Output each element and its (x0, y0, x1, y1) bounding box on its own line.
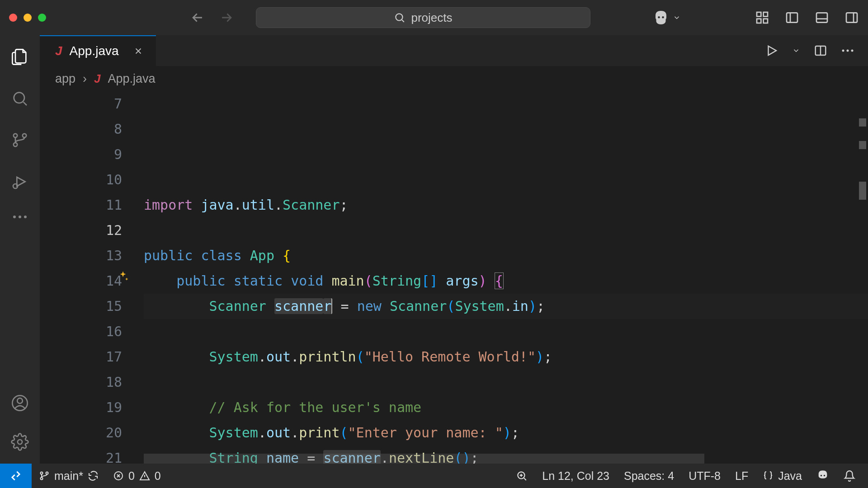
customize-layout-button[interactable] (755, 10, 769, 25)
breadcrumb-segment[interactable]: app (55, 72, 75, 86)
source-control-tab[interactable] (11, 131, 29, 149)
panel-bottom-icon (815, 10, 829, 25)
svg-rect-7 (846, 13, 857, 22)
workbench: J App.java (40, 35, 868, 464)
zoom-status[interactable] (509, 470, 535, 482)
svg-rect-3 (757, 19, 761, 23)
nav-forward-button[interactable] (219, 10, 234, 25)
zoom-in-icon (516, 470, 528, 482)
svg-point-22 (851, 50, 854, 52)
cursor-position-status[interactable]: Ln 12, Col 23 (535, 469, 617, 483)
tab-label: App.java (70, 44, 119, 58)
more-actions-button[interactable] (841, 48, 854, 53)
window-controls (9, 14, 46, 22)
run-debug-tab[interactable] (11, 173, 29, 191)
problems-status[interactable]: 0 0 (106, 469, 168, 483)
play-icon (765, 44, 778, 57)
warning-count: 0 (155, 469, 161, 483)
error-count: 0 (128, 469, 135, 483)
activity-bar (0, 35, 40, 464)
svg-point-24 (41, 478, 43, 480)
run-dropdown-button[interactable] (792, 47, 800, 55)
breadcrumb[interactable]: app › J App.java (40, 66, 868, 91)
svg-rect-5 (787, 13, 797, 22)
debug-icon (11, 173, 29, 191)
tab-app-java[interactable]: J App.java (40, 35, 156, 66)
git-branch-icon (11, 131, 29, 149)
svg-point-11 (23, 134, 26, 137)
breadcrumb-segment[interactable]: App.java (108, 72, 156, 86)
horizontal-scrollbar[interactable] (144, 454, 704, 464)
copilot-status[interactable] (809, 469, 836, 482)
svg-point-18 (18, 440, 22, 444)
status-bar: main* 0 0 Ln 12, Col 23 Spaces: 4 UTF-8 … (0, 464, 868, 488)
search-tab[interactable] (11, 89, 29, 108)
titlebar: projects (0, 0, 868, 35)
toggle-panel-button[interactable] (815, 10, 829, 25)
split-icon (814, 44, 827, 57)
run-file-button[interactable] (765, 44, 778, 57)
close-icon (133, 46, 143, 56)
svg-point-20 (842, 50, 844, 52)
indentation-status[interactable]: Spaces: 4 (617, 469, 681, 483)
notifications-button[interactable] (836, 470, 863, 482)
files-icon (11, 48, 29, 66)
accounts-button[interactable] (11, 394, 29, 412)
chevron-down-icon (673, 14, 681, 22)
copilot-icon (816, 469, 829, 482)
toggle-secondary-sidebar-button[interactable] (844, 10, 859, 25)
ellipsis-icon (841, 48, 854, 53)
remote-indicator[interactable] (0, 464, 32, 488)
panel-right-icon (844, 10, 859, 25)
close-window-button[interactable] (9, 14, 17, 22)
svg-point-9 (14, 134, 17, 137)
lightbulb-icon[interactable] (117, 220, 198, 333)
remote-icon (9, 469, 22, 482)
main-area: J App.java (0, 35, 868, 464)
zoom-window-button[interactable] (38, 14, 46, 22)
nav-back-button[interactable] (190, 10, 205, 25)
java-file-icon: J (55, 44, 62, 58)
layout-grid-icon (755, 10, 769, 25)
gear-icon (11, 433, 29, 451)
chevron-down-icon (792, 47, 800, 55)
svg-rect-4 (764, 19, 768, 23)
git-branch-status[interactable]: main* (32, 469, 106, 483)
toggle-primary-sidebar-button[interactable] (785, 10, 799, 25)
braces-icon (763, 470, 774, 481)
editor-tabs: J App.java (40, 35, 868, 66)
svg-rect-6 (816, 13, 827, 22)
search-icon (11, 89, 29, 108)
encoding-status[interactable]: UTF-8 (681, 469, 728, 483)
svg-point-10 (14, 143, 17, 146)
code-editor[interactable]: 789101112131415161718192021 import java.… (40, 91, 868, 464)
svg-rect-1 (757, 12, 761, 16)
editor-actions (765, 35, 868, 66)
copilot-button[interactable] (653, 9, 681, 26)
explorer-tab[interactable] (11, 48, 29, 66)
svg-point-13 (13, 216, 16, 218)
svg-point-15 (24, 216, 27, 218)
eol-status[interactable]: LF (728, 469, 755, 483)
split-editor-button[interactable] (814, 44, 827, 57)
tab-close-button[interactable] (133, 46, 143, 56)
minimap[interactable] (856, 91, 868, 464)
search-icon (394, 12, 406, 23)
svg-point-8 (14, 93, 24, 103)
branch-name: main* (54, 469, 83, 483)
copilot-icon (653, 9, 669, 26)
code-content[interactable]: import java.util.Scanner;public class Ap… (144, 91, 868, 464)
language-mode-status[interactable]: Java (755, 469, 809, 483)
svg-point-0 (396, 14, 403, 20)
bell-icon (844, 470, 855, 482)
nav-history (190, 10, 234, 25)
minimize-window-button[interactable] (24, 14, 32, 22)
settings-button[interactable] (11, 433, 29, 451)
account-icon (11, 394, 29, 412)
git-branch-icon (39, 470, 50, 481)
panel-left-icon (785, 10, 799, 25)
more-views-button[interactable] (11, 214, 29, 220)
command-center-text: projects (411, 11, 452, 25)
command-center[interactable]: projects (256, 7, 590, 28)
ellipsis-icon (11, 214, 29, 220)
